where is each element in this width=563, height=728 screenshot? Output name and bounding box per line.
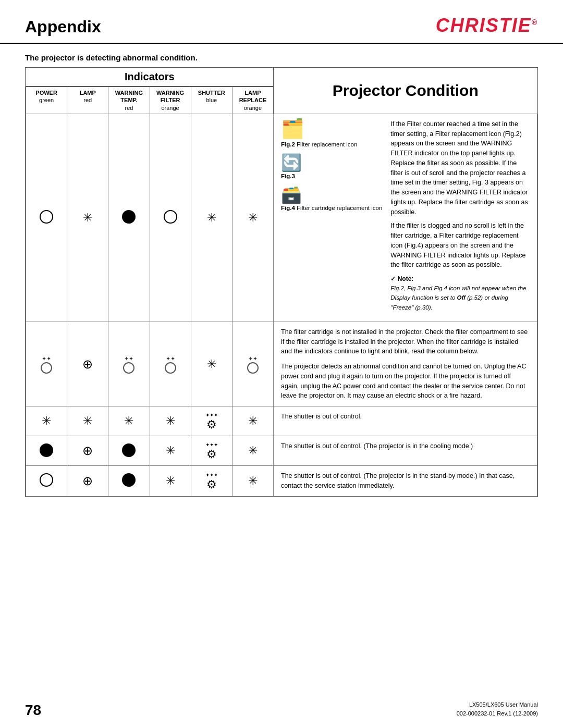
indicator-power-row1 bbox=[26, 114, 67, 322]
crosshair-icon: ⊕ bbox=[82, 443, 93, 458]
asterisk-icon: ✳ bbox=[83, 211, 92, 224]
indicator-lamp-row2: ⊕ bbox=[67, 322, 108, 406]
indicator-wfilter-row1 bbox=[150, 114, 191, 322]
condition-text-row2b: The projector detects an abnormal condit… bbox=[281, 362, 530, 401]
indicator-lamp-row5: ⊕ bbox=[67, 466, 108, 497]
table-row: ✦✦ ⊕ ✦✦ ✦✦ bbox=[26, 322, 537, 406]
circle-outline-icon bbox=[40, 210, 53, 224]
asterisk-icon: ✳ bbox=[166, 444, 175, 457]
asterisk-icon: ✳ bbox=[248, 211, 258, 224]
blink-icon: ✦✦ bbox=[41, 355, 52, 373]
indicator-power-row2: ✦✦ bbox=[26, 322, 67, 406]
figures-col: 🗂️ Fig.2 Filter replacement icon 🔄 Fig.3… bbox=[281, 119, 382, 213]
condition-text-row4: The shutter is out of control. (The proj… bbox=[281, 441, 530, 451]
asterisk-icon: ✳ bbox=[248, 414, 258, 427]
page-footer: 78 LX505/LX605 User Manual 002-000232-01… bbox=[0, 691, 563, 728]
shutter-blink-icon: ✦✦✦ ⚙ bbox=[205, 413, 218, 431]
asterisk-icon: ✳ bbox=[248, 474, 258, 487]
asterisk-icon: ✳ bbox=[124, 414, 133, 427]
note-body: Fig.2, Fig.3 and Fig.4 icon will not app… bbox=[390, 285, 526, 311]
indicator-lamp-replace-row1: ✳ bbox=[232, 114, 273, 322]
indicator-power-row4 bbox=[26, 436, 67, 466]
blink-icon: ✦✦ bbox=[247, 355, 259, 373]
condition-text-col: If the Filter counter reached a time set… bbox=[390, 119, 530, 312]
fig4-icon: 🗃️ bbox=[281, 186, 302, 203]
circle-filled-icon bbox=[40, 443, 53, 457]
indicator-power-row5 bbox=[26, 466, 67, 497]
indicator-lamp-row4: ⊕ bbox=[67, 436, 108, 466]
table-row: ✳ ✳ ✳ bbox=[26, 114, 537, 322]
page-number: 78 bbox=[25, 702, 41, 719]
asterisk-icon: ✳ bbox=[248, 444, 258, 457]
indicator-shutter-row4: ✦✦✦ ⚙ bbox=[191, 436, 232, 466]
indicator-wfilter-row4: ✳ bbox=[150, 436, 191, 466]
indicator-lamp-row1: ✳ bbox=[67, 114, 108, 322]
main-table-wrap: Indicators Projector Condition POWERgree… bbox=[25, 67, 538, 497]
shutter-blink-icon: ✦✦✦ ⚙ bbox=[205, 442, 218, 461]
asterisk-icon: ✳ bbox=[166, 414, 175, 427]
indicator-lamp-replace-row4: ✳ bbox=[232, 436, 273, 466]
indicator-lamp-replace-row2: ✦✦ bbox=[232, 322, 273, 406]
indicator-wfilter-row2: ✦✦ bbox=[150, 322, 191, 406]
indicator-lamp-replace-row5: ✳ bbox=[232, 466, 273, 497]
indicator-wtemp-row5 bbox=[108, 466, 150, 497]
fig2-label: Fig.2 Filter replacement icon bbox=[281, 140, 382, 149]
asterisk-icon: ✳ bbox=[166, 474, 175, 487]
blink-icon: ✦✦ bbox=[165, 355, 176, 373]
condition-row5: The shutter is out of control. (The proj… bbox=[274, 466, 537, 497]
note-title: ✓ Note: bbox=[390, 275, 413, 282]
indicator-wtemp-row1 bbox=[108, 114, 150, 322]
table-row: ⊕ ✳ ✦✦✦ ⚙ ✳ The shutter bbox=[26, 436, 537, 466]
indicator-shutter-row3: ✦✦✦ ⚙ bbox=[191, 406, 232, 436]
condition-text-row2a: The filter cartridge is not installed in… bbox=[281, 327, 530, 356]
main-table: Indicators Projector Condition POWERgree… bbox=[26, 68, 537, 497]
indicator-shutter-row2: ✳ bbox=[191, 322, 232, 406]
circle-filled-icon bbox=[122, 210, 136, 224]
indicator-lamp-replace-row3: ✳ bbox=[232, 406, 273, 436]
indicator-lamp-row3: ✳ bbox=[67, 406, 108, 436]
table-row: ✳ ✳ ✳ ✳ ✦✦✦ ⚙ ✳ bbox=[26, 406, 537, 436]
blink-icon: ✦✦ bbox=[123, 355, 134, 373]
col-shutter: SHUTTERblue bbox=[191, 87, 232, 114]
logo: CHRISTIE® bbox=[436, 15, 538, 36]
circle-outline-icon bbox=[164, 210, 177, 224]
col-power: POWERgreen bbox=[26, 87, 67, 114]
asterisk-icon: ✳ bbox=[207, 357, 216, 371]
crosshair-icon: ⊕ bbox=[82, 357, 93, 371]
asterisk-icon: ✳ bbox=[83, 414, 92, 427]
shutter-blink-icon: ✦✦✦ ⚙ bbox=[205, 473, 218, 491]
condition-text-row1b: If the filter is clogged and no scroll i… bbox=[390, 221, 530, 270]
indicator-shutter-row5: ✦✦✦ ⚙ bbox=[191, 466, 232, 497]
note-section: ✓ Note: Fig.2, Fig.3 and Fig.4 icon will… bbox=[390, 274, 530, 312]
condition-row2: The filter cartridge is not installed in… bbox=[274, 322, 537, 406]
condition-text-row5: The shutter is out of control. (The proj… bbox=[281, 471, 530, 491]
circle-outline-icon bbox=[40, 473, 53, 487]
col-warning-filter: WARNINGFILTERorange bbox=[150, 87, 191, 114]
indicators-header: Indicators bbox=[26, 68, 274, 87]
footer-info: LX505/LX605 User Manual 002-000232-01 Re… bbox=[457, 700, 538, 719]
circle-filled-icon bbox=[122, 443, 136, 457]
page-title: Appendix bbox=[25, 17, 101, 36]
fig2-icon: 🗂️ bbox=[281, 119, 304, 138]
indicator-wtemp-row2: ✦✦ bbox=[108, 322, 150, 406]
asterisk-icon: ✳ bbox=[42, 414, 51, 427]
condition-row4: The shutter is out of control. (The proj… bbox=[274, 436, 537, 466]
subtitle: The projector is detecting abnormal cond… bbox=[0, 53, 563, 62]
circle-filled-icon bbox=[122, 473, 136, 487]
indicator-power-row3: ✳ bbox=[26, 406, 67, 436]
col-warning-temp: WARNINGTEMP.red bbox=[108, 87, 150, 114]
logo-reg: ® bbox=[532, 18, 538, 27]
indicator-wtemp-row4 bbox=[108, 436, 150, 466]
col-lamp-replace: LAMPREPLACEorange bbox=[232, 87, 273, 114]
crosshair-icon: ⊕ bbox=[82, 474, 93, 488]
indicator-shutter-row1: ✳ bbox=[191, 114, 232, 322]
condition-row3: The shutter is out of control. bbox=[274, 406, 537, 436]
condition-row1: 🗂️ Fig.2 Filter replacement icon 🔄 Fig.3… bbox=[274, 114, 537, 322]
fig4-label: Fig.4 Filter cartridge replacement icon bbox=[281, 204, 382, 213]
indicator-wtemp-row3: ✳ bbox=[108, 406, 150, 436]
indicator-wfilter-row5: ✳ bbox=[150, 466, 191, 497]
fig3-label: Fig.3 bbox=[281, 172, 382, 181]
col-lamp: LAMPred bbox=[67, 87, 108, 114]
table-row: ⊕ ✳ ✦✦✦ ⚙ ✳ The shutter bbox=[26, 466, 537, 497]
logo-text: CHRISTIE® bbox=[436, 15, 538, 36]
